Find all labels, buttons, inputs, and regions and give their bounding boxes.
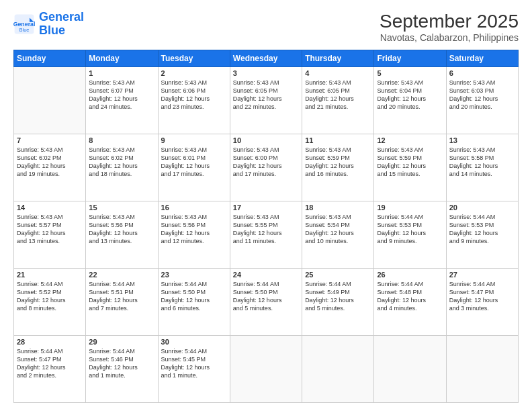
logo-blue: Blue xyxy=(39,24,65,37)
day-info: Sunrise: 5:44 AM Sunset: 5:48 PM Dayligh… xyxy=(377,280,443,313)
day-number: 19 xyxy=(377,203,443,212)
calendar-cell: 19Sunrise: 5:44 AM Sunset: 5:53 PM Dayli… xyxy=(374,201,446,269)
calendar-header: Sunday Monday Tuesday Wednesday Thursday… xyxy=(14,50,519,67)
day-number: 2 xyxy=(161,69,227,77)
calendar-cell: 12Sunrise: 5:43 AM Sunset: 5:59 PM Dayli… xyxy=(374,134,446,201)
calendar-cell: 22Sunrise: 5:44 AM Sunset: 5:51 PM Dayli… xyxy=(86,269,158,336)
calendar-cell xyxy=(302,336,374,403)
calendar-cell: 13Sunrise: 5:43 AM Sunset: 5:58 PM Dayli… xyxy=(446,134,518,201)
calendar-cell: 4Sunrise: 5:43 AM Sunset: 6:05 PM Daylig… xyxy=(302,67,374,134)
calendar-body: 1Sunrise: 5:43 AM Sunset: 6:07 PM Daylig… xyxy=(14,67,519,403)
day-info: Sunrise: 5:43 AM Sunset: 5:59 PM Dayligh… xyxy=(305,146,371,179)
day-number: 7 xyxy=(17,136,83,144)
day-info: Sunrise: 5:44 AM Sunset: 5:50 PM Dayligh… xyxy=(233,280,299,313)
day-number: 27 xyxy=(449,271,515,279)
day-number: 17 xyxy=(233,203,299,212)
calendar-cell: 23Sunrise: 5:44 AM Sunset: 5:50 PM Dayli… xyxy=(158,269,230,336)
col-friday: Friday xyxy=(374,50,446,67)
day-number: 5 xyxy=(377,69,443,77)
logo-text: General Blue xyxy=(39,11,84,38)
day-info: Sunrise: 5:43 AM Sunset: 5:56 PM Dayligh… xyxy=(161,213,227,246)
day-info: Sunrise: 5:43 AM Sunset: 6:02 PM Dayligh… xyxy=(89,146,154,179)
calendar-cell: 11Sunrise: 5:43 AM Sunset: 5:59 PM Dayli… xyxy=(302,134,374,201)
day-info: Sunrise: 5:44 AM Sunset: 5:51 PM Dayligh… xyxy=(89,280,154,313)
calendar-cell xyxy=(374,336,446,403)
day-info: Sunrise: 5:44 AM Sunset: 5:53 PM Dayligh… xyxy=(449,213,515,246)
day-info: Sunrise: 5:44 AM Sunset: 5:45 PM Dayligh… xyxy=(161,347,227,380)
day-info: Sunrise: 5:44 AM Sunset: 5:50 PM Dayligh… xyxy=(161,280,227,313)
calendar-table: Sunday Monday Tuesday Wednesday Thursday… xyxy=(13,50,519,403)
col-thursday: Thursday xyxy=(302,50,374,67)
col-tuesday: Tuesday xyxy=(158,50,230,67)
day-info: Sunrise: 5:44 AM Sunset: 5:49 PM Dayligh… xyxy=(305,280,371,313)
calendar-cell: 5Sunrise: 5:43 AM Sunset: 6:04 PM Daylig… xyxy=(374,67,446,134)
day-number: 30 xyxy=(161,338,227,346)
day-number: 4 xyxy=(305,69,371,77)
calendar-week-2: 7Sunrise: 5:43 AM Sunset: 6:02 PM Daylig… xyxy=(14,134,519,201)
svg-text:Blue: Blue xyxy=(19,27,29,33)
day-number: 14 xyxy=(17,203,83,212)
calendar-cell xyxy=(446,336,518,403)
calendar-cell: 24Sunrise: 5:44 AM Sunset: 5:50 PM Dayli… xyxy=(230,269,302,336)
day-info: Sunrise: 5:44 AM Sunset: 5:52 PM Dayligh… xyxy=(17,280,83,313)
calendar-cell: 27Sunrise: 5:44 AM Sunset: 5:47 PM Dayli… xyxy=(446,269,518,336)
header-row: Sunday Monday Tuesday Wednesday Thursday… xyxy=(14,50,519,67)
col-sunday: Sunday xyxy=(14,50,86,67)
day-number: 23 xyxy=(161,271,227,279)
calendar-cell: 16Sunrise: 5:43 AM Sunset: 5:56 PM Dayli… xyxy=(158,201,230,269)
calendar-cell: 17Sunrise: 5:43 AM Sunset: 5:55 PM Dayli… xyxy=(230,201,302,269)
day-number: 21 xyxy=(17,271,83,279)
day-info: Sunrise: 5:43 AM Sunset: 6:00 PM Dayligh… xyxy=(233,146,299,179)
calendar-week-5: 28Sunrise: 5:44 AM Sunset: 5:47 PM Dayli… xyxy=(14,336,519,403)
day-number: 29 xyxy=(89,338,154,346)
day-info: Sunrise: 5:43 AM Sunset: 6:05 PM Dayligh… xyxy=(233,79,299,111)
day-info: Sunrise: 5:43 AM Sunset: 6:07 PM Dayligh… xyxy=(89,79,154,111)
calendar-cell: 30Sunrise: 5:44 AM Sunset: 5:45 PM Dayli… xyxy=(158,336,230,403)
day-number: 3 xyxy=(233,69,299,77)
day-number: 26 xyxy=(377,271,443,279)
calendar-title: September 2025 xyxy=(380,11,519,32)
day-number: 28 xyxy=(17,338,83,346)
day-info: Sunrise: 5:43 AM Sunset: 6:01 PM Dayligh… xyxy=(161,146,227,179)
day-number: 12 xyxy=(377,136,443,144)
day-number: 10 xyxy=(233,136,299,144)
day-number: 20 xyxy=(449,203,515,212)
logo: General Blue General Blue xyxy=(13,11,84,38)
calendar-cell: 3Sunrise: 5:43 AM Sunset: 6:05 PM Daylig… xyxy=(230,67,302,134)
col-wednesday: Wednesday xyxy=(230,50,302,67)
calendar-cell: 14Sunrise: 5:43 AM Sunset: 5:57 PM Dayli… xyxy=(14,201,86,269)
title-block: September 2025 Navotas, Calabarzon, Phil… xyxy=(380,11,519,43)
day-info: Sunrise: 5:43 AM Sunset: 6:06 PM Dayligh… xyxy=(161,79,227,111)
calendar-cell: 15Sunrise: 5:43 AM Sunset: 5:56 PM Dayli… xyxy=(86,201,158,269)
day-number: 8 xyxy=(89,136,154,144)
calendar-cell: 9Sunrise: 5:43 AM Sunset: 6:01 PM Daylig… xyxy=(158,134,230,201)
day-number: 24 xyxy=(233,271,299,279)
day-info: Sunrise: 5:43 AM Sunset: 5:59 PM Dayligh… xyxy=(377,146,443,179)
header: General Blue General Blue September 2025… xyxy=(13,11,519,43)
day-info: Sunrise: 5:43 AM Sunset: 5:54 PM Dayligh… xyxy=(305,213,371,246)
day-info: Sunrise: 5:43 AM Sunset: 6:03 PM Dayligh… xyxy=(449,79,515,111)
calendar-cell: 1Sunrise: 5:43 AM Sunset: 6:07 PM Daylig… xyxy=(86,67,158,134)
logo-general: General xyxy=(39,10,84,24)
calendar-cell: 26Sunrise: 5:44 AM Sunset: 5:48 PM Dayli… xyxy=(374,269,446,336)
day-info: Sunrise: 5:44 AM Sunset: 5:47 PM Dayligh… xyxy=(449,280,515,313)
logo-icon: General Blue xyxy=(13,13,35,35)
calendar-cell: 6Sunrise: 5:43 AM Sunset: 6:03 PM Daylig… xyxy=(446,67,518,134)
calendar-cell: 8Sunrise: 5:43 AM Sunset: 6:02 PM Daylig… xyxy=(86,134,158,201)
calendar-cell: 25Sunrise: 5:44 AM Sunset: 5:49 PM Dayli… xyxy=(302,269,374,336)
day-number: 13 xyxy=(449,136,515,144)
calendar-week-3: 14Sunrise: 5:43 AM Sunset: 5:57 PM Dayli… xyxy=(14,201,519,269)
page: General Blue General Blue September 2025… xyxy=(0,0,532,411)
calendar-cell xyxy=(14,67,86,134)
day-number: 22 xyxy=(89,271,154,279)
calendar-week-1: 1Sunrise: 5:43 AM Sunset: 6:07 PM Daylig… xyxy=(14,67,519,134)
day-number: 1 xyxy=(89,69,154,77)
calendar-cell: 28Sunrise: 5:44 AM Sunset: 5:47 PM Dayli… xyxy=(14,336,86,403)
day-info: Sunrise: 5:43 AM Sunset: 5:58 PM Dayligh… xyxy=(449,146,515,179)
col-monday: Monday xyxy=(86,50,158,67)
day-number: 6 xyxy=(449,69,515,77)
calendar-cell: 21Sunrise: 5:44 AM Sunset: 5:52 PM Dayli… xyxy=(14,269,86,336)
calendar-cell: 20Sunrise: 5:44 AM Sunset: 5:53 PM Dayli… xyxy=(446,201,518,269)
day-number: 18 xyxy=(305,203,371,212)
day-number: 16 xyxy=(161,203,227,212)
